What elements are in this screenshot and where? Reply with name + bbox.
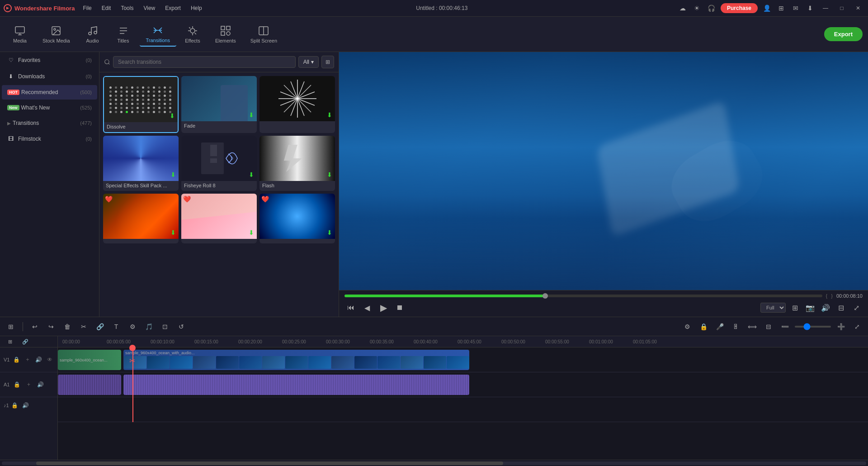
filter-dropdown[interactable]: All ▾ [298, 56, 319, 68]
sun-icon[interactable]: ☀ [692, 3, 703, 14]
fisheye-download-icon[interactable]: ⬇ [249, 171, 254, 178]
stop-button[interactable]: ⏹ [393, 301, 406, 314]
quality-select[interactable]: Full 1/2 1/4 [760, 303, 786, 313]
link-tracks-button[interactable]: 🔗 [19, 336, 32, 348]
playhead[interactable]: ✂ [132, 347, 133, 422]
mail-icon[interactable]: ✉ [790, 3, 801, 14]
toolbar-stock-media[interactable]: Stock Media [36, 23, 76, 46]
toolbar-effects[interactable]: Effects [178, 23, 207, 46]
video-clip-2[interactable]: sample_960x400_ocean_with_audio... [123, 350, 469, 370]
flash-download-icon[interactable]: ⬇ [327, 171, 332, 178]
tl-settings-icon[interactable]: ⚙ [681, 320, 693, 333]
add-track-button[interactable]: ⊞ [4, 336, 16, 348]
tl-plus-icon[interactable]: ➕ [835, 320, 847, 333]
progress-handle[interactable] [542, 293, 548, 299]
transition-special-effects[interactable]: ⬇ Special Effects Skill Pack ... [103, 136, 179, 191]
transition-dissolve[interactable]: ⬇ Dissolve [103, 76, 179, 133]
tl-adjust-button[interactable]: ⚙ [126, 320, 139, 333]
track-lock-icon[interactable]: 🔒 [12, 355, 20, 364]
video-clip-1[interactable]: sample_960x400_ocean... [58, 350, 121, 370]
tl-delete-button[interactable]: 🗑 [61, 320, 74, 333]
fade-download-icon[interactable]: ⬇ [249, 111, 254, 119]
sidebar-item-transitions[interactable]: ▶ Transitions (477) [2, 116, 97, 130]
tl-mic-icon[interactable]: 🎤 [713, 320, 726, 333]
track-add-icon[interactable]: + [24, 355, 32, 364]
tl-caption-icon[interactable]: ⊟ [762, 320, 775, 333]
transition-flash[interactable]: ⬇ Flash [259, 136, 335, 191]
play-button[interactable]: ▶ [377, 301, 390, 314]
purchase-button[interactable]: Purchase [721, 3, 758, 13]
cloud-icon[interactable]: ☁ [677, 3, 688, 14]
sidebar-item-recommended[interactable]: HOT Recommended (500) [2, 85, 97, 100]
menu-export[interactable]: Export [160, 4, 185, 13]
toolbar-media[interactable]: Media [5, 23, 34, 46]
close-button[interactable]: ✕ [852, 3, 864, 14]
sidebar-item-downloads[interactable]: ⬇ Downloads (0) [2, 69, 97, 84]
menu-help[interactable]: Help [186, 4, 207, 13]
account-icon[interactable]: 👤 [761, 3, 772, 14]
transition-starburst[interactable]: ⬇ [259, 76, 335, 133]
download-icon[interactable]: ⬇ [805, 3, 816, 14]
maximize-button[interactable]: □ [835, 3, 848, 14]
audio-lock-icon[interactable]: 🔒 [12, 380, 21, 389]
timeline-content[interactable]: 00:00:00 00:00:05:00 00:00:10:00 00:00:1… [58, 336, 868, 460]
tl-minus-icon[interactable]: ➖ [778, 320, 791, 333]
tl-link-button[interactable]: 🔗 [94, 320, 106, 333]
layout-preview-button[interactable]: ⊟ [835, 301, 847, 314]
tl-undo2-button[interactable]: ↺ [175, 320, 188, 333]
headset-icon[interactable]: 🎧 [706, 3, 717, 14]
fire-download-icon[interactable]: ⬇ [170, 229, 176, 236]
sidebar-item-whats-new[interactable]: New What's New (525) [2, 100, 97, 115]
zoom-slider[interactable] [795, 326, 831, 328]
track-mute-icon[interactable]: 🔊 [34, 355, 42, 364]
layout-icon[interactable]: ⊞ [776, 3, 787, 14]
menu-view[interactable]: View [139, 4, 160, 13]
toolbar-split-screen[interactable]: Split Screen [244, 23, 283, 46]
toolbar-elements[interactable]: Elements [209, 23, 242, 46]
step-back-button[interactable]: ◀ [361, 301, 373, 314]
tl-redo-button[interactable]: ↪ [45, 320, 57, 333]
tl-undo-button[interactable]: ↩ [28, 320, 41, 333]
tl-text-button[interactable]: T [110, 320, 123, 333]
audio-add-icon[interactable]: + [24, 380, 33, 389]
transition-fade[interactable]: ⬇ Fade [181, 76, 257, 133]
menu-file[interactable]: File [78, 4, 96, 13]
tl-snap-button[interactable]: ⊞ [5, 320, 17, 333]
rewind-button[interactable]: ⏮ [344, 301, 357, 314]
export-button[interactable]: Export [824, 27, 863, 41]
sidebar-item-favorites[interactable]: ♡ Favorites (0) [2, 52, 97, 68]
expand-preview-button[interactable]: ⤢ [850, 301, 863, 314]
audio2-mute-icon[interactable]: 🔊 [21, 401, 30, 410]
special-download-icon[interactable]: ⬇ [170, 171, 176, 178]
snapshot-button[interactable]: 📷 [804, 301, 816, 314]
pink-download-icon[interactable]: ⬇ [249, 229, 254, 236]
track-eye-icon[interactable]: 👁 [46, 355, 54, 364]
blueglow-download-icon[interactable]: ⬇ [327, 229, 332, 236]
transition-fire[interactable]: ❤️ ⬇ [103, 194, 179, 243]
minimize-button[interactable]: — [819, 3, 832, 14]
tl-crop-button[interactable]: ⊡ [159, 320, 171, 333]
scroll-track[interactable] [2, 461, 866, 465]
menu-edit[interactable]: Edit [97, 4, 116, 13]
tl-cut-button[interactable]: ✂ [77, 320, 90, 333]
audio2-lock-icon[interactable]: 🔒 [10, 401, 19, 410]
transition-blueglow[interactable]: ❤️ ⬇ [259, 194, 335, 243]
dissolve-download-icon[interactable]: ⬇ [170, 112, 175, 119]
scroll-thumb[interactable] [36, 461, 503, 465]
menu-tools[interactable]: Tools [116, 4, 138, 13]
volume-button[interactable]: 🔊 [819, 301, 832, 314]
tl-expand-icon[interactable]: ⤢ [851, 320, 863, 333]
toolbar-audio[interactable]: Audio [78, 23, 107, 46]
search-input[interactable] [113, 56, 296, 68]
audio-mute-icon[interactable]: 🔊 [36, 380, 45, 389]
transition-fisheye[interactable]: ⬇ Fisheye Roll 8 [181, 136, 257, 191]
starburst-download-icon[interactable]: ⬇ [327, 111, 332, 119]
grid-view-button[interactable]: ⊞ [321, 56, 334, 68]
transition-pink[interactable]: ❤️ ⬇ [181, 194, 257, 243]
toolbar-titles[interactable]: Titles [109, 23, 138, 46]
fullscreen-button[interactable]: ⊞ [788, 301, 801, 314]
sidebar-item-filmstock[interactable]: 🎞 Filmstock (0) [2, 131, 97, 147]
toolbar-transitions[interactable]: Transitions [140, 22, 176, 47]
tl-transition-icon[interactable]: ⟺ [746, 320, 759, 333]
tl-lock-icon[interactable]: 🔒 [697, 320, 710, 333]
